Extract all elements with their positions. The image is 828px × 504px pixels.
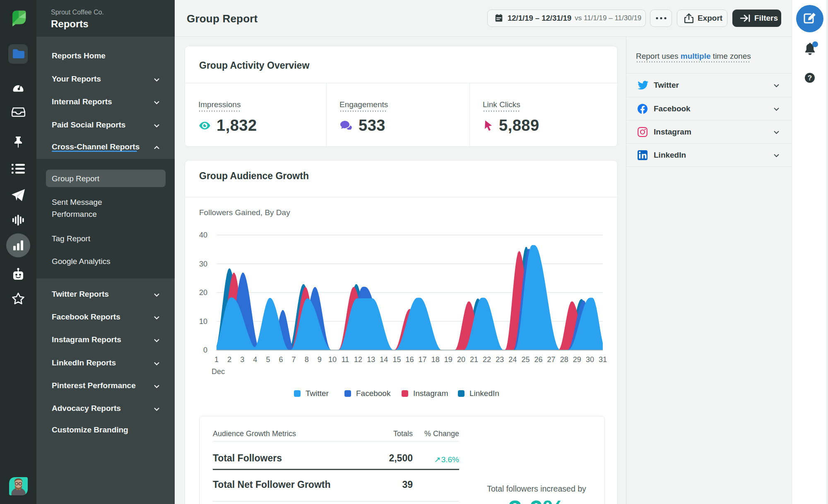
svg-text:15: 15	[392, 355, 401, 364]
svg-text:40: 40	[199, 231, 207, 239]
svg-text:10: 10	[328, 355, 337, 364]
svg-text:10: 10	[199, 317, 207, 326]
svg-text:12: 12	[354, 355, 362, 364]
svg-text:25: 25	[521, 355, 530, 364]
svg-text:19: 19	[444, 355, 453, 364]
svg-text:27: 27	[547, 355, 556, 364]
svg-text:5: 5	[266, 355, 270, 364]
svg-text:23: 23	[496, 355, 504, 364]
svg-text:30: 30	[199, 260, 207, 268]
svg-text:20: 20	[457, 355, 465, 364]
svg-text:8: 8	[305, 355, 309, 364]
svg-text:24: 24	[508, 355, 517, 364]
svg-text:Dec: Dec	[212, 367, 225, 376]
svg-text:16: 16	[405, 355, 414, 364]
svg-text:1: 1	[214, 355, 219, 364]
svg-text:31: 31	[599, 355, 607, 364]
svg-text:20: 20	[199, 288, 207, 297]
svg-text:?: ?	[808, 74, 812, 82]
svg-text:6: 6	[279, 355, 283, 364]
svg-text:30: 30	[586, 355, 594, 364]
svg-text:11: 11	[342, 355, 349, 364]
svg-text:2: 2	[227, 355, 231, 364]
svg-text:14: 14	[380, 355, 388, 364]
svg-text:18: 18	[431, 355, 440, 364]
svg-text:28: 28	[560, 355, 568, 364]
svg-text:13: 13	[367, 355, 375, 364]
svg-text:0: 0	[203, 346, 207, 354]
svg-text:9: 9	[318, 355, 322, 364]
svg-text:3: 3	[240, 355, 244, 364]
svg-text:7: 7	[292, 355, 296, 364]
svg-text:29: 29	[573, 355, 581, 364]
svg-text:17: 17	[419, 355, 427, 364]
svg-text:26: 26	[534, 355, 542, 364]
svg-text:21: 21	[470, 355, 478, 364]
svg-text:22: 22	[483, 355, 491, 364]
svg-text:4: 4	[253, 355, 257, 364]
